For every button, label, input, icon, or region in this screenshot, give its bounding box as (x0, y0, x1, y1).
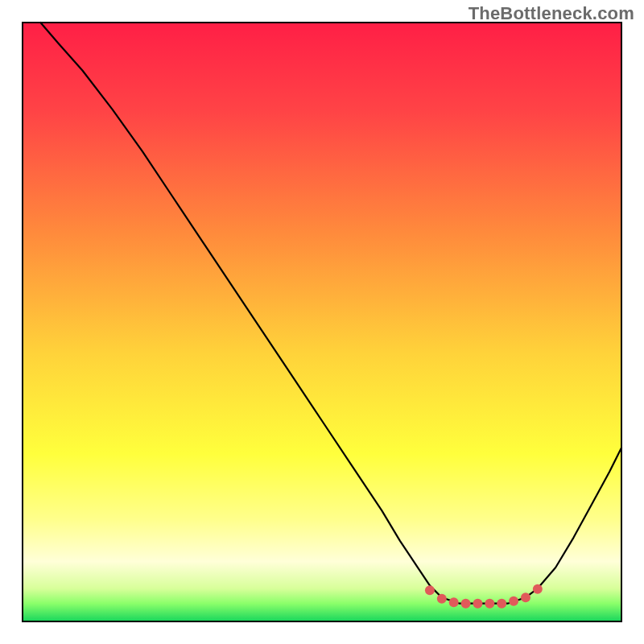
marker-low-bottleneck-markers (473, 599, 482, 609)
marker-low-bottleneck-markers (449, 597, 459, 607)
marker-low-bottleneck-markers (521, 592, 530, 602)
marker-low-bottleneck-markers (485, 599, 494, 609)
plot-background (23, 23, 621, 621)
marker-low-bottleneck-markers (437, 594, 447, 604)
watermark-text: TheBottleneck.com (469, 3, 634, 24)
marker-low-bottleneck-markers (425, 585, 435, 595)
marker-low-bottleneck-markers (497, 599, 506, 609)
marker-low-bottleneck-markers (509, 597, 518, 606)
bottleneck-chart (0, 0, 644, 644)
chart-container: { "watermark": "TheBottleneck.com", "cha… (0, 0, 644, 644)
marker-low-bottleneck-markers (533, 584, 543, 594)
marker-low-bottleneck-markers (461, 599, 471, 609)
